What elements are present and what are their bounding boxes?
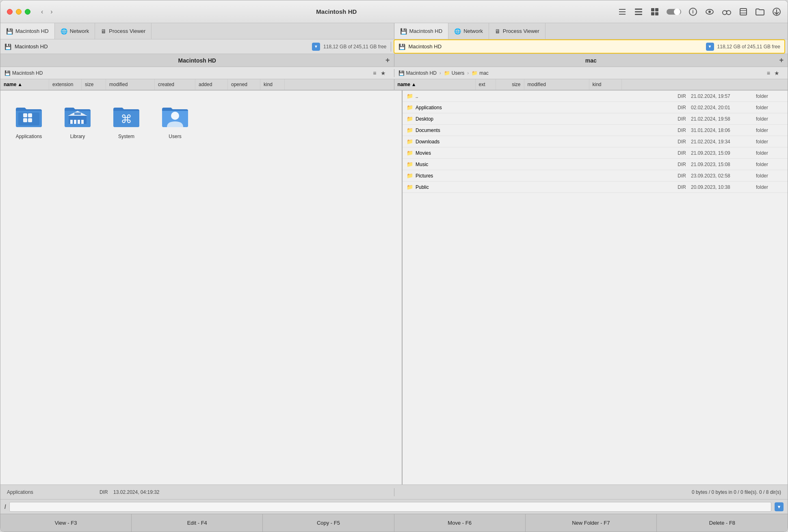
fkey-f7-button[interactable]: New Folder - F7 <box>526 514 657 532</box>
file-row[interactable]: 📁..DIR21.02.2024, 19:57folder <box>403 91 788 102</box>
file-row[interactable]: 📁PublicDIR20.09.2023, 10:38folder <box>403 182 788 193</box>
right-star-action[interactable]: ★ <box>774 70 779 76</box>
file-row-icon: 📁 <box>407 184 413 190</box>
binoculars-icon[interactable] <box>722 7 732 16</box>
left-col-created[interactable]: created <box>155 79 195 90</box>
left-tab-process-viewer[interactable]: 🖥 Process Viewer <box>95 23 152 39</box>
svg-rect-33 <box>81 120 84 124</box>
file-cell-name: 📁Documents <box>404 127 640 133</box>
file-row-icon: 📁 <box>407 161 413 167</box>
left-col-size[interactable]: size <box>82 79 106 90</box>
right-col-size[interactable]: size <box>496 79 524 90</box>
file-row[interactable]: 📁DesktopDIR21.02.2024, 19:58folder <box>403 113 788 125</box>
fkey-f4-button[interactable]: Edit - F4 <box>132 514 263 532</box>
cmd-input[interactable] <box>9 502 771 512</box>
users-folder-icon <box>160 102 190 131</box>
right-panel-title: mac <box>585 57 597 64</box>
forward-button[interactable]: › <box>48 7 55 16</box>
fkey-f6-button[interactable]: Move - F6 <box>394 514 526 532</box>
file-cell-modified: 23.09.2023, 02:58 <box>688 173 753 179</box>
file-cell-size: DIR <box>660 128 688 133</box>
file-row[interactable]: 📁DocumentsDIR31.01.2024, 18:06folder <box>403 125 788 136</box>
left-pane-tabs: 💾 Macintosh HD 🌐 Network 🖥 Process Viewe… <box>0 23 394 39</box>
file-cell-modified: 21.02.2024, 19:57 <box>688 93 753 99</box>
system-item[interactable]: ⌘ System <box>106 99 147 143</box>
right-tab-process-viewer[interactable]: 🖥 Process Viewer <box>489 23 546 39</box>
right-tab-network-label: Network <box>463 28 483 34</box>
close-button[interactable] <box>7 9 13 15</box>
fkey-f5-button[interactable]: Copy - F5 <box>263 514 394 532</box>
right-breadcrumb-users[interactable]: Users <box>452 70 464 76</box>
minimize-button[interactable] <box>16 9 22 15</box>
eye-icon[interactable] <box>705 7 714 16</box>
tabs-row: 💾 Macintosh HD 🌐 Network 🖥 Process Viewe… <box>0 23 788 39</box>
right-breadcrumb-actions: ≡ ★ <box>767 70 784 76</box>
toggle-icon[interactable] <box>667 7 681 16</box>
right-location-dropdown[interactable]: ▼ <box>706 43 714 51</box>
left-col-added[interactable]: added <box>195 79 228 90</box>
file-cell-size: DIR <box>660 116 688 122</box>
left-col-opened[interactable]: opened <box>228 79 260 90</box>
left-col-modified[interactable]: modified <box>106 79 155 90</box>
right-breadcrumb-hd[interactable]: Macintosh HD <box>406 70 437 76</box>
cmd-slash: / <box>4 504 6 510</box>
file-row[interactable]: 📁ApplicationsDIR02.02.2024, 20:01folder <box>403 102 788 113</box>
users-item[interactable]: Users <box>155 99 195 143</box>
file-row[interactable]: 📁PicturesDIR23.09.2023, 02:58folder <box>403 170 788 182</box>
right-panel-add[interactable]: + <box>779 56 784 65</box>
file-row[interactable]: 📁MoviesDIR21.09.2023, 15:09folder <box>403 147 788 159</box>
left-list-action[interactable]: ≡ <box>373 70 376 76</box>
left-tab-network[interactable]: 🌐 Network <box>55 23 95 39</box>
download-arrow-icon[interactable] <box>772 7 781 16</box>
back-button[interactable]: ‹ <box>39 7 45 16</box>
hd-icon-right: 💾 <box>400 28 407 35</box>
location-row: 💾 Macintosh HD ▼ 118,12 GB of 245,11 GB … <box>0 39 788 54</box>
grid-view-icon[interactable] <box>650 7 659 16</box>
file-cell-name: 📁Music <box>404 161 640 167</box>
left-tab-macintosh-hd[interactable]: 💾 Macintosh HD <box>0 23 55 39</box>
right-breadcrumb-icon: 💾 <box>398 70 405 76</box>
folder-icon[interactable] <box>755 7 765 16</box>
file-row[interactable]: 📁MusicDIR21.09.2023, 15:08folder <box>403 159 788 170</box>
list-view-icon[interactable] <box>634 7 643 16</box>
cmd-dropdown-button[interactable]: ▼ <box>775 502 784 511</box>
svg-rect-9 <box>655 12 658 15</box>
right-location-text: Macintosh HD <box>409 43 703 50</box>
applications-folder-icon <box>14 102 43 131</box>
info-icon[interactable]: i <box>688 7 697 16</box>
file-row-icon: 📁 <box>407 116 413 122</box>
menu-icon[interactable] <box>618 7 627 16</box>
left-location-icon: 💾 <box>4 43 11 50</box>
svg-point-11 <box>674 9 680 15</box>
left-col-kind[interactable]: kind <box>260 79 285 90</box>
right-col-ext[interactable]: ext <box>476 79 496 90</box>
file-cell-size: DIR <box>660 150 688 156</box>
left-col-extension[interactable]: extension <box>49 79 82 90</box>
library-item[interactable]: Library <box>57 99 98 143</box>
right-col-modified[interactable]: modified <box>524 79 589 90</box>
left-breadcrumb: 💾 Macintosh HD ≡ ★ <box>0 70 394 76</box>
fkey-f3-button[interactable]: View - F3 <box>0 514 132 532</box>
right-tab-network[interactable]: 🌐 Network <box>448 23 489 39</box>
fkey-f8-button[interactable]: Delete - F8 <box>657 514 788 532</box>
right-breadcrumb-sep1: › <box>439 70 441 76</box>
maximize-button[interactable] <box>25 9 30 15</box>
right-tab-macintosh-hd[interactable]: 💾 Macintosh HD <box>394 23 449 39</box>
right-col-name[interactable]: name ▲ <box>394 79 476 90</box>
left-location-dropdown[interactable]: ▼ <box>312 43 320 51</box>
svg-rect-3 <box>635 9 642 10</box>
svg-rect-8 <box>651 12 654 15</box>
left-panel-add[interactable]: + <box>385 56 390 65</box>
file-row[interactable]: 📁DownloadsDIR21.02.2024, 19:34folder <box>403 136 788 147</box>
network-icon-right: 🌐 <box>454 28 461 35</box>
left-star-action[interactable]: ★ <box>381 70 386 76</box>
cmd-bar: / ▼ <box>0 499 788 514</box>
compress-icon[interactable] <box>739 7 748 16</box>
right-breadcrumb-mac[interactable]: mac <box>479 70 489 76</box>
left-col-name[interactable]: name ▲ <box>0 79 49 90</box>
file-cell-kind: folder <box>753 162 786 167</box>
right-col-kind[interactable]: kind <box>589 79 622 90</box>
status-left: Applications DIR 13.02.2024, 04:19:32 <box>7 489 388 495</box>
applications-item[interactable]: Applications <box>9 99 49 143</box>
right-list-action[interactable]: ≡ <box>767 70 770 76</box>
